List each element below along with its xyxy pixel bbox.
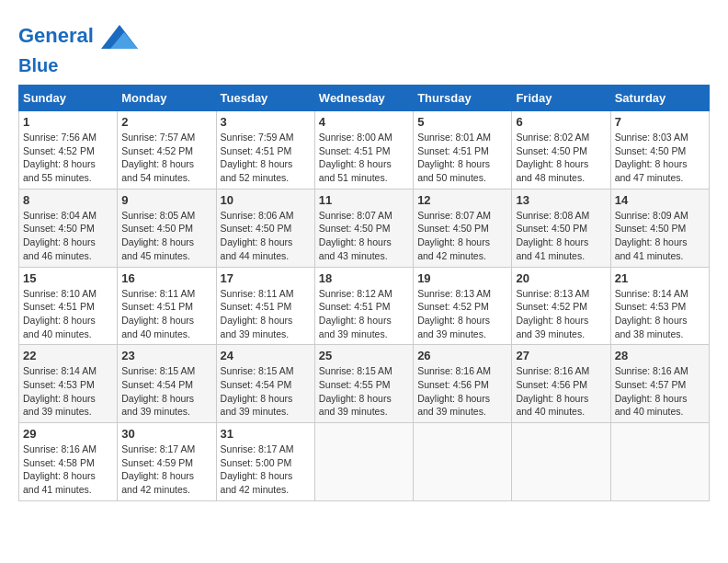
calendar-cell: [610, 423, 709, 501]
weekday-header-tuesday: Tuesday: [216, 86, 314, 111]
calendar-week-2: 8 Sunrise: 8:04 AM Sunset: 4:50 PM Dayli…: [19, 189, 710, 267]
calendar-cell: 30 Sunrise: 8:17 AM Sunset: 4:59 PM Dayl…: [118, 423, 216, 501]
day-number: 27: [516, 349, 606, 362]
day-number: 12: [417, 193, 507, 207]
calendar-header-row: SundayMondayTuesdayWednesdayThursdayFrid…: [19, 86, 710, 111]
calendar-cell: 18 Sunrise: 8:12 AM Sunset: 4:51 PM Dayl…: [314, 267, 413, 345]
day-number: 21: [615, 271, 705, 285]
calendar-week-1: 1 Sunrise: 7:56 AM Sunset: 4:52 PM Dayli…: [19, 111, 710, 190]
cell-info: Sunrise: 8:17 AM Sunset: 4:59 PM Dayligh…: [121, 442, 211, 497]
cell-info: Sunrise: 8:14 AM Sunset: 4:53 PM Dayligh…: [23, 364, 113, 419]
calendar-week-5: 29 Sunrise: 8:16 AM Sunset: 4:58 PM Dayl…: [19, 423, 710, 501]
logo: General Blue: [18, 18, 138, 75]
cell-info: Sunrise: 8:02 AM Sunset: 4:50 PM Dayligh…: [516, 131, 606, 185]
cell-info: Sunrise: 8:08 AM Sunset: 4:50 PM Dayligh…: [516, 209, 606, 263]
calendar-cell: 26 Sunrise: 8:16 AM Sunset: 4:56 PM Dayl…: [414, 345, 512, 423]
calendar-cell: 24 Sunrise: 8:15 AM Sunset: 4:54 PM Dayl…: [216, 345, 314, 423]
calendar-cell: 15 Sunrise: 8:10 AM Sunset: 4:51 PM Dayl…: [19, 267, 118, 345]
cell-info: Sunrise: 8:14 AM Sunset: 4:53 PM Dayligh…: [615, 287, 705, 341]
calendar-cell: 7 Sunrise: 8:03 AM Sunset: 4:50 PM Dayli…: [610, 111, 709, 190]
day-number: 28: [615, 349, 705, 362]
cell-info: Sunrise: 8:12 AM Sunset: 4:51 PM Dayligh…: [319, 287, 409, 341]
calendar-cell: [512, 423, 610, 501]
day-number: 16: [121, 271, 211, 285]
calendar-cell: 31 Sunrise: 8:17 AM Sunset: 5:00 PM Dayl…: [216, 423, 314, 501]
day-number: 4: [319, 115, 409, 129]
cell-info: Sunrise: 8:11 AM Sunset: 4:51 PM Dayligh…: [121, 287, 211, 341]
day-number: 17: [221, 271, 311, 285]
cell-info: Sunrise: 8:07 AM Sunset: 4:50 PM Dayligh…: [319, 209, 409, 263]
day-number: 20: [516, 271, 606, 285]
calendar-cell: 10 Sunrise: 8:06 AM Sunset: 4:50 PM Dayl…: [216, 189, 314, 267]
cell-info: Sunrise: 8:06 AM Sunset: 4:50 PM Dayligh…: [221, 209, 311, 263]
calendar-cell: 19 Sunrise: 8:13 AM Sunset: 4:52 PM Dayl…: [414, 267, 512, 345]
day-number: 3: [221, 115, 311, 129]
cell-info: Sunrise: 8:10 AM Sunset: 4:51 PM Dayligh…: [23, 287, 113, 341]
day-number: 18: [319, 271, 409, 285]
calendar-cell: 23 Sunrise: 8:15 AM Sunset: 4:54 PM Dayl…: [118, 345, 216, 423]
cell-info: Sunrise: 8:11 AM Sunset: 4:51 PM Dayligh…: [221, 287, 311, 341]
cell-info: Sunrise: 8:01 AM Sunset: 4:51 PM Dayligh…: [417, 131, 507, 185]
day-number: 13: [516, 193, 606, 207]
calendar-cell: 21 Sunrise: 8:14 AM Sunset: 4:53 PM Dayl…: [610, 267, 709, 345]
day-number: 19: [417, 271, 507, 285]
cell-info: Sunrise: 8:07 AM Sunset: 4:50 PM Dayligh…: [417, 209, 507, 263]
day-number: 2: [121, 115, 211, 129]
day-number: 23: [121, 349, 211, 362]
calendar-cell: 16 Sunrise: 8:11 AM Sunset: 4:51 PM Dayl…: [118, 267, 216, 345]
day-number: 31: [221, 427, 311, 441]
day-number: 8: [23, 193, 113, 207]
calendar-cell: 17 Sunrise: 8:11 AM Sunset: 4:51 PM Dayl…: [216, 267, 314, 345]
cell-info: Sunrise: 8:09 AM Sunset: 4:50 PM Dayligh…: [615, 209, 705, 263]
calendar-cell: 20 Sunrise: 8:13 AM Sunset: 4:52 PM Dayl…: [512, 267, 610, 345]
calendar-cell: 6 Sunrise: 8:02 AM Sunset: 4:50 PM Dayli…: [512, 111, 610, 190]
day-number: 5: [417, 115, 507, 129]
weekday-header-saturday: Saturday: [610, 86, 709, 111]
cell-info: Sunrise: 8:16 AM Sunset: 4:56 PM Dayligh…: [516, 364, 606, 419]
calendar-cell: 12 Sunrise: 8:07 AM Sunset: 4:50 PM Dayl…: [414, 189, 512, 267]
day-number: 9: [121, 193, 211, 207]
calendar-cell: 4 Sunrise: 8:00 AM Sunset: 4:51 PM Dayli…: [314, 111, 413, 190]
weekday-header-sunday: Sunday: [19, 86, 118, 111]
cell-info: Sunrise: 8:03 AM Sunset: 4:50 PM Dayligh…: [615, 131, 705, 185]
weekday-header-wednesday: Wednesday: [314, 86, 413, 111]
cell-info: Sunrise: 7:57 AM Sunset: 4:52 PM Dayligh…: [121, 131, 211, 185]
calendar-cell: 9 Sunrise: 8:05 AM Sunset: 4:50 PM Dayli…: [118, 189, 216, 267]
cell-info: Sunrise: 8:16 AM Sunset: 4:58 PM Dayligh…: [23, 442, 113, 497]
day-number: 22: [23, 349, 113, 362]
weekday-header-thursday: Thursday: [414, 86, 512, 111]
calendar-table: SundayMondayTuesdayWednesdayThursdayFrid…: [18, 85, 710, 501]
calendar-cell: 5 Sunrise: 8:01 AM Sunset: 4:51 PM Dayli…: [414, 111, 512, 190]
calendar-cell: [314, 423, 413, 501]
day-number: 29: [23, 427, 113, 441]
cell-info: Sunrise: 8:17 AM Sunset: 5:00 PM Dayligh…: [221, 442, 311, 497]
cell-info: Sunrise: 8:00 AM Sunset: 4:51 PM Dayligh…: [319, 131, 409, 185]
logo-blue-text: Blue: [18, 55, 138, 75]
day-number: 11: [319, 193, 409, 207]
cell-info: Sunrise: 8:13 AM Sunset: 4:52 PM Dayligh…: [417, 287, 507, 341]
calendar-week-4: 22 Sunrise: 8:14 AM Sunset: 4:53 PM Dayl…: [19, 345, 710, 423]
cell-info: Sunrise: 8:15 AM Sunset: 4:55 PM Dayligh…: [319, 364, 409, 419]
calendar-cell: [414, 423, 512, 501]
calendar-cell: 2 Sunrise: 7:57 AM Sunset: 4:52 PM Dayli…: [118, 111, 216, 190]
day-number: 7: [615, 115, 705, 129]
calendar-cell: 11 Sunrise: 8:07 AM Sunset: 4:50 PM Dayl…: [314, 189, 413, 267]
page-header: General Blue: [18, 18, 710, 75]
logo-text: General: [18, 18, 138, 55]
calendar-cell: 3 Sunrise: 7:59 AM Sunset: 4:51 PM Dayli…: [216, 111, 314, 190]
cell-info: Sunrise: 7:56 AM Sunset: 4:52 PM Dayligh…: [23, 131, 113, 185]
cell-info: Sunrise: 8:15 AM Sunset: 4:54 PM Dayligh…: [121, 364, 211, 419]
calendar-cell: 13 Sunrise: 8:08 AM Sunset: 4:50 PM Dayl…: [512, 189, 610, 267]
calendar-cell: 14 Sunrise: 8:09 AM Sunset: 4:50 PM Dayl…: [610, 189, 709, 267]
calendar-cell: 8 Sunrise: 8:04 AM Sunset: 4:50 PM Dayli…: [19, 189, 118, 267]
cell-info: Sunrise: 7:59 AM Sunset: 4:51 PM Dayligh…: [221, 131, 311, 185]
calendar-cell: 25 Sunrise: 8:15 AM Sunset: 4:55 PM Dayl…: [314, 345, 413, 423]
cell-info: Sunrise: 8:16 AM Sunset: 4:57 PM Dayligh…: [615, 364, 705, 419]
day-number: 26: [417, 349, 507, 362]
calendar-cell: 28 Sunrise: 8:16 AM Sunset: 4:57 PM Dayl…: [610, 345, 709, 423]
calendar-cell: 1 Sunrise: 7:56 AM Sunset: 4:52 PM Dayli…: [19, 111, 118, 190]
cell-info: Sunrise: 8:13 AM Sunset: 4:52 PM Dayligh…: [516, 287, 606, 341]
logo-icon: [101, 18, 138, 55]
day-number: 24: [221, 349, 311, 362]
calendar-cell: 22 Sunrise: 8:14 AM Sunset: 4:53 PM Dayl…: [19, 345, 118, 423]
